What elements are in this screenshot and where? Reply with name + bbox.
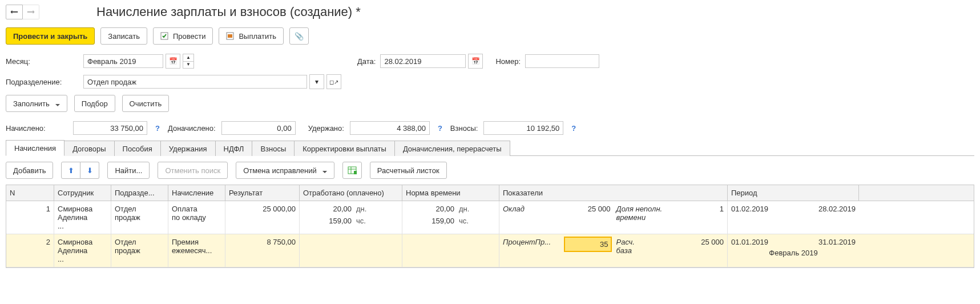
calendar-icon: 📅	[169, 57, 178, 65]
accrued-label: Начислено:	[6, 124, 67, 133]
open-icon: ◻↗	[329, 79, 338, 85]
find-button[interactable]: Найти...	[107, 162, 150, 179]
spinner-down-icon: ▼	[183, 62, 193, 69]
cell-norm	[402, 234, 499, 267]
help-icon[interactable]: ?	[438, 124, 442, 133]
undo-label: Отмена исправлений	[243, 166, 317, 175]
post-icon	[160, 31, 170, 41]
department-label: Подразделение:	[6, 78, 81, 86]
extra-accrued-label: Доначислено:	[168, 124, 216, 133]
date-label: Дата:	[357, 57, 376, 66]
month-label: Месяц:	[6, 57, 81, 66]
calendar-icon: 📅	[471, 57, 480, 65]
fill-label: Заполнить	[13, 99, 50, 108]
tab-взносы[interactable]: Взносы	[252, 141, 295, 156]
spinner-up-icon: ▲	[183, 54, 193, 62]
post-and-close-button[interactable]: Провести и закрыть	[6, 27, 95, 45]
withheld-label: Удержано:	[308, 124, 344, 133]
add-row-button[interactable]: Добавить	[6, 162, 53, 179]
page-title: Начисление зарплаты и взносов (создание)…	[96, 5, 361, 19]
arrow-up-icon: ⬆	[68, 166, 74, 175]
tab-ндфл[interactable]: НДФЛ	[216, 141, 253, 156]
select-button[interactable]: Подбор	[74, 95, 115, 112]
cell-norm: 20,00дн. 159,00чс.	[402, 201, 499, 234]
extra-accrued-value: 0,00	[221, 121, 296, 135]
cell-accrual: Оплатапо окладу	[168, 201, 225, 234]
forward-button[interactable]: 🠖	[23, 5, 39, 19]
col-worked[interactable]: Отработано (оплачено)	[300, 185, 402, 201]
col-department[interactable]: Подразде...	[111, 185, 168, 201]
table-icon	[348, 166, 357, 175]
department-field[interactable]: Отдел продаж	[83, 75, 307, 89]
paperclip-icon: 📎	[295, 32, 304, 41]
back-button[interactable]: 🠔	[6, 5, 23, 19]
save-button[interactable]: Записать	[100, 27, 147, 45]
undo-corrections-button[interactable]: Отмена исправлений	[236, 162, 334, 179]
month-picker-button[interactable]: 📅	[166, 54, 180, 69]
cell-result: 8 750,00	[225, 234, 300, 267]
tab-удержания[interactable]: Удержания	[161, 141, 216, 156]
chevron-down-icon: ▾	[315, 78, 318, 86]
cell-worked	[300, 234, 402, 267]
col-accrual[interactable]: Начисление	[168, 185, 225, 201]
month-spinner[interactable]: ▲ ▼	[183, 54, 194, 69]
cell-employee: СмирноваАделина...	[54, 234, 111, 267]
cancel-find-button[interactable]: Отменить поиск	[158, 162, 228, 179]
post-button[interactable]: Провести	[153, 27, 213, 45]
svg-rect-6	[354, 171, 357, 174]
table-row[interactable]: 2СмирноваАделина...ОтделпродажПремияежем…	[6, 234, 974, 267]
cell-worked: 20,00дн. 159,00чс.	[300, 201, 402, 234]
table-row[interactable]: 1СмирноваАделина...ОтделпродажОплатапо о…	[6, 201, 974, 234]
number-label: Номер:	[495, 57, 521, 66]
date-picker-button[interactable]: 📅	[468, 54, 483, 69]
chevron-down-icon	[53, 99, 60, 108]
pay-icon	[226, 31, 235, 41]
tab-пособия[interactable]: Пособия	[115, 141, 161, 156]
attachment-button[interactable]: 📎	[289, 27, 309, 45]
post-label: Провести	[173, 32, 206, 41]
chevron-down-icon	[320, 166, 327, 175]
col-employee[interactable]: Сотрудник	[54, 185, 111, 201]
col-norm[interactable]: Норма времени	[402, 185, 499, 201]
month-field[interactable]: Февраль 2019	[83, 54, 163, 68]
accrued-value: 33 750,00	[73, 121, 147, 135]
cell-department: Отделпродаж	[111, 201, 168, 234]
tab-доначисления-перерасчеты[interactable]: Доначисления, перерасчеты	[395, 141, 510, 156]
svg-rect-2	[228, 34, 232, 38]
move-up-button[interactable]: ⬆	[61, 162, 80, 179]
pay-button[interactable]: Выплатить	[219, 27, 284, 45]
move-down-button[interactable]: ⬇	[80, 162, 99, 179]
cell-indicators: Оклад 25 000 Доля неполн.времени 1	[499, 201, 728, 234]
indicator-value-editing[interactable]: 35	[565, 238, 610, 251]
show-details-button[interactable]	[342, 162, 362, 179]
department-dropdown-button[interactable]: ▾	[309, 74, 324, 89]
department-open-button[interactable]: ◻↗	[326, 74, 341, 89]
fill-button[interactable]: Заполнить	[6, 95, 67, 112]
cell-employee: СмирноваАделина...	[54, 201, 111, 234]
help-icon[interactable]: ?	[571, 124, 576, 133]
payslip-button[interactable]: Расчетный листок	[370, 162, 447, 179]
tab-договоры[interactable]: Договоры	[64, 141, 114, 156]
cell-period: 01.02.2019 28.02.2019	[728, 201, 859, 234]
arrow-down-icon: ⬇	[87, 166, 93, 175]
date-field[interactable]: 28.02.2019	[380, 54, 466, 68]
col-period[interactable]: Период	[728, 185, 859, 201]
cell-department: Отделпродаж	[111, 234, 168, 267]
cell-result: 25 000,00	[225, 201, 300, 234]
tab-начисления[interactable]: Начисления	[6, 140, 64, 156]
help-icon[interactable]: ?	[155, 124, 160, 133]
cell-accrual: Премияежемесяч...	[168, 234, 225, 267]
col-n[interactable]: N	[6, 185, 54, 201]
col-result[interactable]: Результат	[225, 185, 300, 201]
contrib-label: Взносы:	[450, 124, 478, 133]
pay-label: Выплатить	[239, 32, 276, 41]
cell-n: 2	[6, 234, 54, 267]
clear-button[interactable]: Очистить	[122, 95, 170, 112]
cell-n: 1	[6, 201, 54, 234]
contrib-value: 10 192,50	[483, 121, 563, 135]
number-field[interactable]	[525, 54, 599, 68]
col-indicators[interactable]: Показатели	[499, 185, 728, 201]
withheld-value: 4 388,00	[350, 121, 430, 135]
tab-корректировки-выплаты[interactable]: Корректировки выплаты	[295, 141, 395, 156]
cell-indicators: ПроцентПр... 35 Расч.база 25 000	[499, 234, 728, 267]
